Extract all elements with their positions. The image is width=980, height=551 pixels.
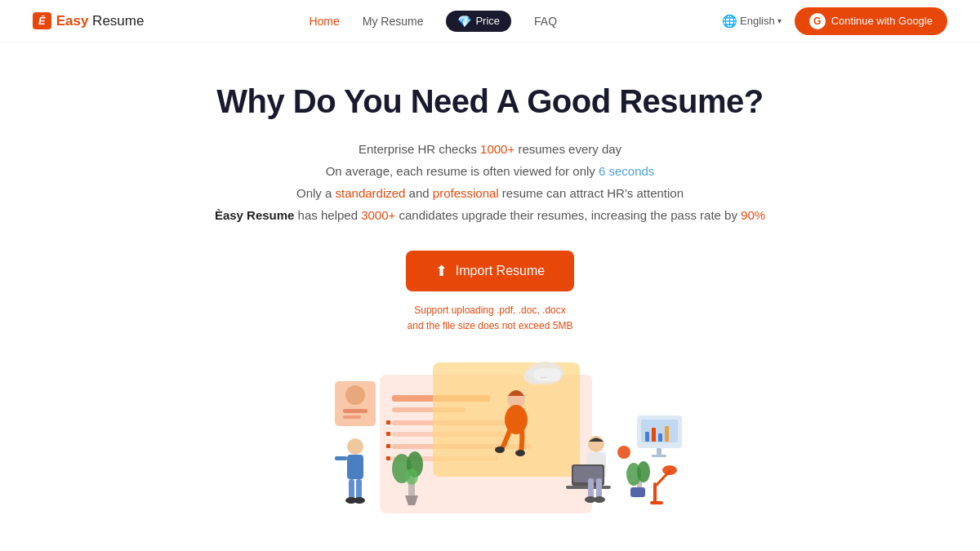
price-label: Price xyxy=(475,15,500,27)
line1-suffix: resumes every day xyxy=(514,142,621,156)
file-hint: Support uploading .pdf, .doc, .docx and … xyxy=(33,303,947,334)
language-button[interactable]: 🌐 English ▾ xyxy=(722,14,782,29)
svg-rect-10 xyxy=(386,456,390,460)
nav-price[interactable]: 💎 Price xyxy=(446,11,511,32)
line2-prefix: On average, each resume is often viewed … xyxy=(326,164,599,178)
svg-rect-15 xyxy=(343,415,361,419)
svg-rect-23 xyxy=(349,479,354,500)
hero-title: Why Do You Need A Good Resume? xyxy=(33,83,947,120)
hero-line-2: On average, each resume is often viewed … xyxy=(33,160,947,182)
brand-name: Èasy Resume xyxy=(215,208,295,222)
line3-suffix: resume can attract HR's attention xyxy=(499,186,684,200)
hero-line-3: Only a standardized and professional res… xyxy=(33,182,947,204)
illustration-svg: ... xyxy=(294,350,686,522)
svg-point-49 xyxy=(662,465,677,475)
nav-home-link[interactable]: Home xyxy=(309,15,339,28)
line3-prefix: Only a xyxy=(296,186,336,200)
nav-faq-link[interactable]: FAQ xyxy=(534,15,557,28)
line4-h2: 90% xyxy=(741,208,765,222)
svg-rect-7 xyxy=(386,420,390,424)
line3-mid: and xyxy=(405,186,432,200)
svg-text:...: ... xyxy=(541,371,547,380)
logo-icon: Ē xyxy=(33,12,51,29)
hint2: and the file size does not exceed 5MB xyxy=(408,320,573,331)
nav-right: 🌐 English ▾ G Continue with Google xyxy=(722,7,947,35)
svg-rect-24 xyxy=(356,479,362,500)
svg-rect-36 xyxy=(588,478,594,499)
import-section: ⬆ Import Resume Support uploading .pdf, … xyxy=(33,251,947,334)
import-resume-button[interactable]: ⬆ Import Resume xyxy=(406,251,574,291)
svg-rect-37 xyxy=(596,478,602,499)
gem-icon: 💎 xyxy=(457,15,471,28)
google-cta-label: Continue with Google xyxy=(831,15,933,27)
svg-rect-50 xyxy=(650,501,663,504)
svg-point-39 xyxy=(594,496,605,503)
hint-prefix: Support uploading xyxy=(414,304,497,316)
svg-rect-14 xyxy=(343,409,368,413)
hero-line-1: Enterprise HR checks 1000+ resumes every… xyxy=(33,138,947,160)
nav-faq[interactable]: FAQ xyxy=(534,14,557,29)
logo-text: Easy Resume xyxy=(56,13,145,29)
svg-point-26 xyxy=(354,497,365,504)
google-icon: G xyxy=(809,13,826,29)
line3-h2: professional xyxy=(433,186,499,200)
svg-point-30 xyxy=(515,450,525,456)
hint-formats: .pdf, .doc, .docx xyxy=(497,304,566,316)
svg-point-46 xyxy=(637,461,650,482)
line4-mid: has helped xyxy=(294,208,361,222)
nav-links: Home My Resume 💎 Price FAQ xyxy=(309,11,557,32)
upload-icon: ⬆ xyxy=(435,262,448,280)
hero-section: Why Do You Need A Good Resume? Enterpris… xyxy=(0,42,980,334)
svg-rect-47 xyxy=(630,487,645,497)
line4-suffix: candidates upgrade their resumes, increa… xyxy=(395,208,741,222)
hero-description: Enterprise HR checks 1000+ resumes every… xyxy=(33,138,947,226)
logo[interactable]: Ē Easy Resume xyxy=(33,12,144,29)
svg-point-59 xyxy=(617,446,630,459)
price-button[interactable]: 💎 Price xyxy=(446,11,511,32)
nav-my-resume[interactable]: My Resume xyxy=(363,14,424,29)
import-btn-label: Import Resume xyxy=(456,264,545,278)
chevron-down-icon: ▾ xyxy=(777,16,782,25)
svg-rect-56 xyxy=(665,426,669,442)
svg-point-29 xyxy=(495,447,505,453)
line1-prefix: Enterprise HR checks xyxy=(359,142,480,156)
svg-rect-53 xyxy=(645,432,649,442)
svg-rect-9 xyxy=(386,444,390,448)
line4-h1: 3000+ xyxy=(361,208,395,222)
line3-h1: standardized xyxy=(336,186,406,200)
svg-rect-55 xyxy=(658,433,662,442)
google-signin-button[interactable]: G Continue with Google xyxy=(795,7,947,35)
svg-rect-21 xyxy=(347,455,363,479)
svg-rect-8 xyxy=(386,432,390,436)
nav-my-resume-link[interactable]: My Resume xyxy=(363,15,424,28)
svg-rect-57 xyxy=(657,448,662,455)
svg-point-20 xyxy=(347,438,363,455)
line2-highlight: 6 seconds xyxy=(599,164,654,178)
translate-icon: 🌐 xyxy=(722,14,737,29)
svg-point-13 xyxy=(345,385,365,405)
svg-rect-54 xyxy=(652,428,656,442)
nav-home[interactable]: Home xyxy=(309,14,339,29)
hero-illustration: ... xyxy=(0,350,980,522)
hero-line-4: Èasy Resume has helped 3000+ candidates … xyxy=(33,204,947,226)
line1-highlight: 1000+ xyxy=(480,142,514,156)
svg-rect-58 xyxy=(652,455,666,457)
svg-point-43 xyxy=(405,469,418,485)
svg-rect-22 xyxy=(335,456,347,460)
navbar: Ē Easy Resume Home My Resume 💎 Price FAQ… xyxy=(0,0,980,42)
language-label: English xyxy=(740,15,775,27)
